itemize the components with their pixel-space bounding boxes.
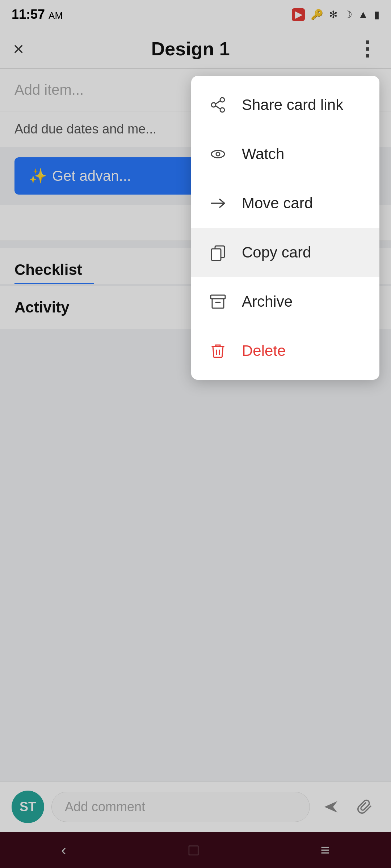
menu-item-delete[interactable]: Delete [191, 326, 379, 375]
copy-card-label: Copy card [242, 244, 311, 261]
trash-icon [207, 340, 229, 362]
svg-line-4 [216, 106, 220, 109]
svg-line-3 [216, 101, 220, 104]
menu-item-watch[interactable]: Watch [191, 129, 379, 179]
svg-point-0 [220, 98, 224, 102]
svg-point-2 [220, 108, 224, 112]
archive-label: Archive [242, 293, 293, 310]
svg-rect-9 [211, 249, 221, 260]
move-card-label: Move card [242, 195, 313, 212]
copy-icon [207, 242, 229, 263]
svg-point-1 [211, 103, 216, 107]
arrow-right-icon [207, 192, 229, 214]
archive-icon [207, 291, 229, 312]
menu-item-move-card[interactable]: Move card [191, 179, 379, 228]
dropdown-menu: Share card link Watch Move card [191, 76, 379, 380]
share-icon [207, 94, 229, 116]
share-card-link-label: Share card link [242, 96, 343, 114]
svg-rect-10 [211, 295, 225, 299]
svg-point-5 [211, 150, 224, 158]
eye-icon [207, 143, 229, 165]
menu-item-archive[interactable]: Archive [191, 277, 379, 326]
svg-point-6 [216, 152, 220, 156]
menu-item-copy-card[interactable]: Copy card [191, 228, 379, 277]
delete-label: Delete [242, 342, 286, 359]
watch-label: Watch [242, 145, 284, 163]
menu-item-share-card-link[interactable]: Share card link [191, 80, 379, 129]
